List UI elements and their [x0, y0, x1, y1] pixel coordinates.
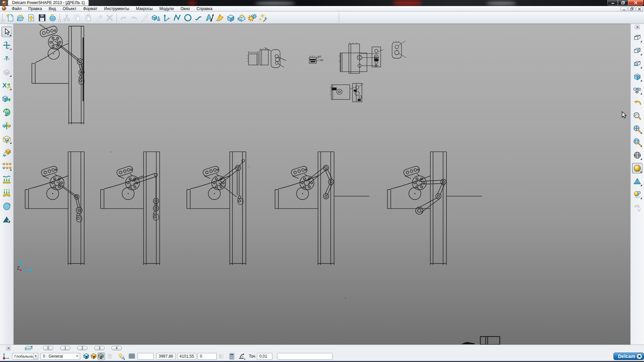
mdi-restore-button[interactable] — [628, 7, 635, 11]
line-icon[interactable] — [172, 13, 182, 23]
toolbar-drag-handle[interactable] — [1, 13, 4, 22]
lighting-icon[interactable] — [632, 202, 643, 213]
calculator-icon[interactable] — [228, 353, 235, 360]
x-coordinate-field[interactable]: 3997,86 — [156, 353, 175, 360]
scale-icon[interactable] — [1, 147, 12, 158]
view-camera-icon[interactable] — [632, 84, 643, 95]
block-icon[interactable] — [1, 67, 12, 77]
offset-icon[interactable] — [1, 134, 12, 144]
paste-icon[interactable] — [83, 13, 94, 23]
level-button-3[interactable]: 3 — [94, 346, 105, 350]
cut-icon[interactable] — [61, 13, 72, 23]
levels-close-icon[interactable] — [6, 346, 11, 350]
levels-icon[interactable] — [24, 346, 34, 351]
zoom-box-icon[interactable] — [632, 137, 643, 147]
menu-view[interactable]: Вид — [45, 6, 59, 12]
menu-macros[interactable]: Макросы — [132, 6, 156, 12]
zoom-previous-icon[interactable] — [632, 111, 643, 121]
tolerance-field[interactable]: 0,01 — [257, 353, 272, 360]
text-icon[interactable] — [204, 13, 215, 23]
select-icon[interactable] — [1, 26, 12, 37]
view-front-icon[interactable] — [632, 58, 643, 69]
pick-surface-icon[interactable] — [1, 214, 12, 225]
close-button[interactable] — [628, 0, 643, 5]
morph-icon[interactable] — [1, 201, 12, 212]
level-dropdown-arrow[interactable]: ▼ — [76, 353, 78, 359]
export-solid-icon[interactable] — [1, 94, 12, 104]
level-button-0[interactable]: 0 — [43, 346, 53, 350]
copy-icon[interactable] — [72, 13, 83, 23]
move-icon[interactable] — [1, 40, 12, 51]
undo-icon[interactable] — [118, 13, 129, 23]
mdi-system-icon[interactable] — [2, 6, 6, 12]
grid-size-field[interactable] — [138, 353, 154, 360]
menu-modules[interactable]: Модули — [156, 6, 177, 12]
import-icon[interactable] — [26, 13, 37, 23]
arc-icon[interactable] — [182, 13, 193, 23]
level-button-4[interactable]: 4 — [111, 346, 122, 350]
grid-icon[interactable] — [128, 353, 135, 359]
toolbar-close-icon[interactable] — [635, 25, 640, 29]
transparent-view-icon[interactable] — [632, 176, 643, 187]
curve-icon[interactable] — [193, 13, 204, 23]
y-cube-icon[interactable]: Y — [90, 353, 98, 360]
rotate-icon[interactable] — [1, 107, 12, 118]
y-coordinate-field[interactable]: 4101,55 — [177, 353, 196, 360]
save-icon[interactable] — [37, 13, 47, 23]
restore-button[interactable] — [618, 0, 628, 5]
level-selector[interactable]: 0 : General▼ — [41, 353, 80, 360]
notes-icon[interactable] — [106, 353, 114, 360]
surface-icon[interactable] — [215, 13, 225, 23]
zoom-full-icon[interactable] — [632, 124, 643, 134]
delete-icon[interactable] — [104, 13, 115, 23]
axes-icon[interactable] — [161, 13, 172, 23]
shaded-view-icon[interactable] — [632, 163, 643, 174]
z-coordinate-field[interactable]: 0 — [198, 353, 217, 360]
multicolor-view-icon[interactable] — [632, 189, 643, 200]
menu-file[interactable]: Файл — [8, 6, 25, 12]
edit-pencil-icon[interactable] — [140, 13, 150, 23]
menu-window[interactable]: Окно — [177, 6, 193, 12]
minimize-button[interactable] — [607, 0, 618, 5]
wireframe-view-icon[interactable] — [632, 150, 643, 161]
electrode-icon[interactable] — [47, 13, 58, 23]
project-icon[interactable] — [1, 174, 12, 185]
view-top-icon[interactable] — [632, 32, 643, 43]
workplane-axes-icon[interactable] — [2, 352, 10, 360]
wrap-icon[interactable] — [1, 187, 12, 198]
menu-object[interactable]: Объект — [59, 6, 80, 12]
level-button-2[interactable]: 2 — [77, 346, 88, 350]
format-painter-icon[interactable] — [94, 13, 104, 23]
workplane-dropdown-arrow[interactable]: ▼ — [34, 353, 38, 360]
menu-edit[interactable]: Правка — [25, 6, 46, 12]
z-cube-icon[interactable]: Z — [98, 353, 105, 360]
wizard-icon[interactable] — [258, 13, 268, 23]
app-icon[interactable] — [2, 0, 7, 6]
previous-view-icon[interactable] — [632, 98, 643, 108]
menu-help[interactable]: Справка — [193, 6, 216, 12]
redo-icon[interactable] — [129, 13, 140, 23]
toolbar-drag-handle[interactable] — [58, 13, 61, 22]
menu-format[interactable]: Формат — [80, 6, 101, 12]
open-file-icon[interactable] — [15, 13, 26, 23]
intelligent-cursor-icon[interactable] — [118, 353, 125, 360]
x-cube-icon[interactable]: X — [83, 353, 90, 360]
pin-workplane-icon[interactable] — [1, 53, 12, 64]
mdi-minimize-button[interactable] — [621, 7, 628, 11]
feature-icon[interactable] — [236, 13, 247, 23]
measure-tool-icon[interactable] — [238, 353, 246, 360]
workplane-selector[interactable]: Глобальна — [12, 353, 34, 360]
solid-icon[interactable] — [225, 13, 236, 23]
level-button-1[interactable]: 1 — [60, 346, 70, 350]
view-iso-icon[interactable] — [632, 71, 643, 82]
coordinate-list-icon[interactable]: xyz — [218, 353, 225, 360]
pattern-icon[interactable] — [1, 161, 12, 171]
new-file-icon[interactable] — [4, 13, 15, 23]
mirror-icon[interactable] — [1, 120, 12, 131]
convert-wireframe-icon[interactable]: X — [1, 80, 12, 91]
view-right-icon[interactable] — [632, 45, 643, 56]
gears-icon[interactable] — [247, 13, 258, 23]
mdi-close-button[interactable] — [636, 7, 643, 11]
workplane-icon[interactable] — [150, 13, 161, 23]
menu-tools[interactable]: Инструменты — [101, 6, 132, 12]
